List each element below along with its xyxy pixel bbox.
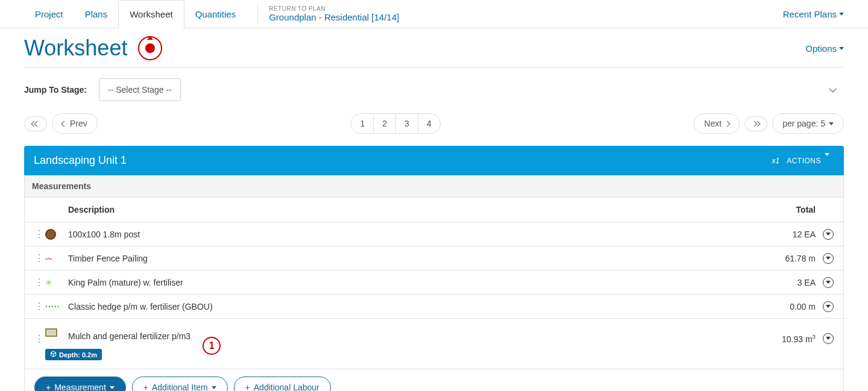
row-description[interactable]: King Palm (mature) w. fertiliser [68,278,749,287]
row-description[interactable]: Timber Fence Pailing [68,254,749,263]
drag-handle[interactable] [34,252,45,264]
caret-down-icon [839,13,844,18]
options-dropdown[interactable]: Options [805,43,844,54]
tab-plans[interactable]: Plans [74,1,119,28]
drag-icon [34,277,44,288]
table-row: Mulch and general fertilizer p/m3 1 Dept… [25,319,843,369]
plant-icon: ✳ [45,278,52,287]
unit-multiplier: x1 [772,157,779,165]
table-row: 100x100 1.8m post 12 EA [25,222,843,246]
tab-project[interactable]: Project [24,1,74,28]
col-total: Total [749,205,816,214]
target-badge-icon [138,36,162,60]
unit-title: Landscaping Unit 1 [34,154,127,167]
jump-to-stage-label: Jump To Stage: [24,85,87,95]
page-3[interactable]: 3 [396,114,418,133]
measurements-table: Description Total 100x100 1.8m post 12 E… [24,198,844,391]
row-expand-button[interactable] [823,333,834,344]
page-group: 1 2 3 4 [351,113,440,134]
chevron-right-icon [725,120,731,127]
add-measurement-button[interactable]: + Measurement [34,377,126,391]
footer-buttons: + Measurement + Additional Item + Additi… [25,369,843,391]
table-row: ✳ King Palm (mature) w. fertiliser 3 EA [25,271,843,295]
hedge-icon: ····· [45,302,60,311]
drag-handle[interactable] [34,277,45,288]
last-page-button[interactable] [744,116,767,131]
plus-icon: + [245,383,250,391]
line-icon: -·- [45,254,51,263]
tab-divider [257,4,258,23]
plus-icon: + [46,383,51,391]
drag-icon [34,252,44,264]
row-total: 0.00 m [749,302,816,311]
point-icon [45,229,56,240]
next-page-button[interactable]: Next [694,113,740,134]
top-tabs: Project Plans Worksheet Quantities RETUR… [0,0,868,28]
cube-icon [50,351,57,358]
col-description: Description [34,205,749,214]
first-page-button[interactable] [24,116,47,131]
row-total: 12 EA [749,230,816,239]
area-icon [45,328,57,337]
row-expand-button[interactable] [823,301,834,312]
caret-down-icon [212,386,216,392]
drag-handle[interactable] [34,228,45,240]
drag-icon [34,301,44,312]
return-link[interactable]: Groundplan - Residential [14/14] [269,12,399,22]
return-label: RETURN TO PLAN [269,5,399,12]
page-4[interactable]: 4 [418,114,440,133]
tab-quantities[interactable]: Quantities [184,1,247,28]
caret-down-icon [110,386,115,392]
return-to-plan[interactable]: RETURN TO PLAN Groundplan - Residential … [269,5,399,22]
drag-icon [34,228,44,240]
recent-plans-dropdown[interactable]: Recent Plans [783,9,844,19]
chevron-down-circle-icon [825,156,834,166]
drag-icon [34,333,44,345]
row-description[interactable]: Classic hedge p/m w. fertiliser (GBOU) [68,302,749,311]
plus-icon: + [143,383,148,391]
page-2[interactable]: 2 [374,114,396,133]
table-row: -·- Timber Fence Pailing 61.78 m [25,246,843,271]
caret-down-icon [829,122,834,128]
row-total: 3 EA [749,278,816,287]
row-expand-button[interactable] [823,229,834,240]
chevron-left-icon [61,120,68,127]
page-title: Worksheet [24,36,162,61]
unit-header: Landscaping Unit 1 x1 ACTIONS [24,146,844,175]
row-description[interactable]: 100x100 1.8m post [68,230,749,239]
page-1[interactable]: 1 [351,114,374,133]
per-page-dropdown[interactable]: per page: 5 [772,113,844,134]
unit-actions-button[interactable]: ACTIONS [787,156,834,166]
measurements-section-label: Measurements [24,175,844,198]
stage-select[interactable]: -- Select Stage -- [99,78,181,101]
annotation-marker-1: 1 [203,337,221,355]
row-total: 10.93 m3 [749,333,816,344]
drag-handle[interactable] [34,333,45,345]
add-additional-item-button[interactable]: + Additional Item [132,377,228,391]
caret-down-icon [839,47,844,52]
prev-page-button[interactable]: Prev [52,113,98,134]
drag-handle[interactable] [34,301,45,312]
depth-chip[interactable]: Depth: 0.2m [45,349,102,360]
add-additional-labour-button[interactable]: + Additional Labour [234,377,331,391]
row-description[interactable]: Mulch and general fertilizer p/m3 [68,331,190,341]
tab-worksheet[interactable]: Worksheet [118,0,184,28]
table-row: ····· Classic hedge p/m w. fertiliser (G… [25,295,843,319]
row-expand-button[interactable] [823,277,834,288]
row-total: 61.78 m [749,254,816,263]
row-expand-button[interactable] [823,253,834,264]
